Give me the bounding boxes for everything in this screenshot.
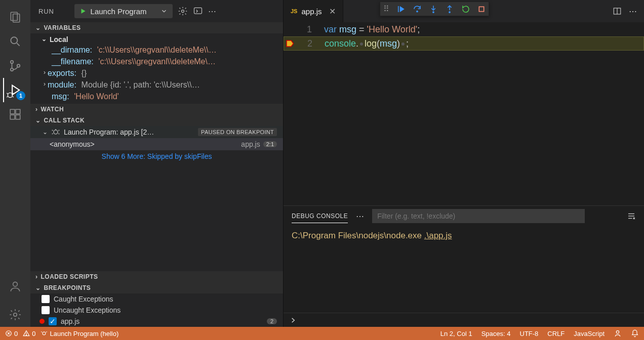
start-debug-icon[interactable] bbox=[79, 8, 87, 15]
callstack-thread[interactable]: ⌄ Launch Program: app.js [2… PAUSED ON B… bbox=[30, 126, 283, 138]
stack-frame[interactable]: <anonymous> app.js 2:1 bbox=[30, 138, 283, 150]
show-more-frames[interactable]: Show 6 More: Skipped by skipFiles bbox=[30, 150, 283, 162]
svg-rect-35 bbox=[479, 7, 484, 11]
errors-item[interactable]: 0 bbox=[5, 330, 18, 337]
launch-config-select[interactable]: Launch Program bbox=[74, 4, 173, 18]
run-title: RUN bbox=[38, 8, 54, 15]
svg-line-26 bbox=[58, 134, 59, 134]
watch-section[interactable]: › WATCH bbox=[30, 104, 283, 115]
svg-rect-28 bbox=[398, 6, 399, 12]
console-filter-input[interactable] bbox=[372, 209, 585, 223]
svg-line-11 bbox=[7, 97, 8, 97]
step-out-button[interactable] bbox=[445, 5, 454, 14]
notifications-icon[interactable] bbox=[631, 329, 639, 337]
launch-status[interactable]: Launch Program (hello) bbox=[41, 330, 118, 337]
svg-rect-13 bbox=[10, 109, 15, 114]
chevron-down-icon: ⌄ bbox=[35, 284, 41, 291]
cursor-position[interactable]: Ln 2, Col 1 bbox=[440, 330, 472, 337]
line-number: 1 bbox=[307, 24, 312, 35]
variable-row[interactable]: __filename: 'c:\\Users\\gregvanl\\delete… bbox=[30, 56, 283, 68]
debug-icon[interactable]: 1 bbox=[3, 78, 27, 102]
svg-point-6 bbox=[17, 64, 20, 67]
svg-point-32 bbox=[433, 11, 434, 12]
breakpoint-dot-icon bbox=[39, 319, 45, 324]
console-input-chevron-icon[interactable] bbox=[290, 317, 297, 324]
svg-rect-15 bbox=[16, 115, 20, 119]
svg-line-3 bbox=[17, 43, 19, 46]
svg-point-18 bbox=[14, 313, 17, 317]
drag-handle-icon[interactable]: ⠿ bbox=[383, 4, 389, 14]
settings-gear-icon[interactable] bbox=[3, 303, 27, 327]
editor-tab[interactable]: JS app.js ✕ bbox=[284, 0, 343, 22]
svg-point-20 bbox=[182, 10, 184, 13]
chevron-right-icon: › bbox=[35, 273, 38, 280]
activity-bar: 1 bbox=[0, 0, 30, 327]
svg-point-8 bbox=[8, 93, 12, 97]
svg-rect-21 bbox=[194, 8, 202, 14]
continue-button[interactable] bbox=[396, 5, 406, 14]
svg-point-34 bbox=[449, 11, 450, 12]
more-icon[interactable]: ⋯ bbox=[208, 7, 216, 16]
stop-button[interactable] bbox=[477, 5, 486, 13]
debug-console-tab[interactable]: DEBUG CONSOLE bbox=[292, 209, 348, 223]
breakpoint-count: 2 bbox=[267, 318, 277, 324]
svg-rect-14 bbox=[10, 115, 15, 119]
debug-console-panel: DEBUG CONSOLE ⋯ C:\Program Files\nodejs\… bbox=[284, 205, 644, 327]
debug-console-icon[interactable] bbox=[193, 6, 203, 16]
svg-point-49 bbox=[26, 334, 27, 335]
variable-row[interactable]: ›module: Module {id: '.', path: 'c:\\Use… bbox=[30, 79, 283, 91]
svg-line-10 bbox=[13, 93, 14, 94]
editor-area: JS app.js ✕ ⠿ ⋯ 1 var msg = 'Hello W bbox=[284, 0, 644, 327]
checkbox[interactable] bbox=[42, 295, 50, 303]
feedback-icon[interactable] bbox=[614, 329, 622, 337]
svg-line-24 bbox=[58, 130, 59, 131]
breakpoint-uncaught[interactable]: Uncaught Exceptions bbox=[30, 305, 283, 316]
warnings-item[interactable]: 0 bbox=[23, 330, 35, 337]
extensions-icon[interactable] bbox=[3, 102, 27, 126]
svg-point-4 bbox=[11, 61, 13, 63]
chevron-down-icon[interactable] bbox=[160, 8, 168, 15]
accounts-icon[interactable] bbox=[3, 274, 27, 299]
encoding[interactable]: UTF-8 bbox=[520, 330, 539, 337]
close-icon[interactable]: ✕ bbox=[329, 7, 336, 16]
scope-local[interactable]: ⌄Local bbox=[30, 34, 283, 45]
line-number: 2 bbox=[307, 38, 312, 49]
variables-section[interactable]: ⌄ VARIABLES bbox=[30, 22, 283, 33]
step-into-button[interactable] bbox=[429, 5, 438, 14]
paused-badge: PAUSED ON BREAKPOINT bbox=[198, 128, 277, 136]
checkbox[interactable] bbox=[42, 306, 50, 314]
svg-point-2 bbox=[11, 37, 17, 44]
config-gear-icon[interactable] bbox=[178, 6, 188, 16]
variable-row[interactable]: ›exports: {} bbox=[30, 68, 283, 79]
more-icon[interactable]: ⋯ bbox=[629, 7, 637, 16]
loaded-scripts-section[interactable]: › LOADED SCRIPTS bbox=[30, 271, 283, 282]
chevron-down-icon: ⌄ bbox=[35, 24, 41, 31]
restart-button[interactable] bbox=[461, 5, 470, 14]
callstack-section[interactable]: ⌄ CALL STACK bbox=[30, 115, 283, 126]
debug-toolbar[interactable]: ⠿ bbox=[380, 2, 489, 16]
explorer-icon[interactable] bbox=[3, 5, 27, 29]
checkbox-checked[interactable]: ✓ bbox=[49, 317, 57, 325]
variable-row[interactable]: msg: 'Hello World' bbox=[30, 91, 283, 103]
breakpoint-caught[interactable]: Caught Exceptions bbox=[30, 293, 283, 305]
current-breakpoint-icon bbox=[285, 39, 294, 48]
breakpoints-section[interactable]: ⌄ BREAKPOINTS bbox=[30, 282, 283, 293]
svg-line-9 bbox=[7, 93, 8, 94]
indentation[interactable]: Spaces: 4 bbox=[481, 330, 511, 337]
code-editor[interactable]: 1 var msg = 'Hello World'; 2 console.log… bbox=[284, 22, 644, 205]
js-file-icon: JS bbox=[291, 8, 297, 14]
step-over-button[interactable] bbox=[413, 5, 422, 14]
more-icon[interactable]: ⋯ bbox=[356, 211, 364, 221]
search-icon[interactable] bbox=[3, 29, 27, 54]
split-editor-icon[interactable] bbox=[613, 7, 622, 16]
svg-marker-29 bbox=[400, 6, 405, 12]
bug-icon bbox=[52, 128, 60, 136]
eol[interactable]: CRLF bbox=[547, 330, 565, 337]
svg-point-53 bbox=[616, 331, 619, 333]
language-mode[interactable]: JavaScript bbox=[574, 330, 605, 337]
variable-row[interactable]: __dirname: 'c:\\Users\\gregvanl\\deleteM… bbox=[30, 45, 283, 56]
clear-console-icon[interactable] bbox=[627, 211, 636, 221]
svg-rect-16 bbox=[16, 109, 20, 114]
source-control-icon[interactable] bbox=[3, 54, 27, 78]
breakpoint-file[interactable]: ✓ app.js 2 bbox=[30, 316, 283, 327]
